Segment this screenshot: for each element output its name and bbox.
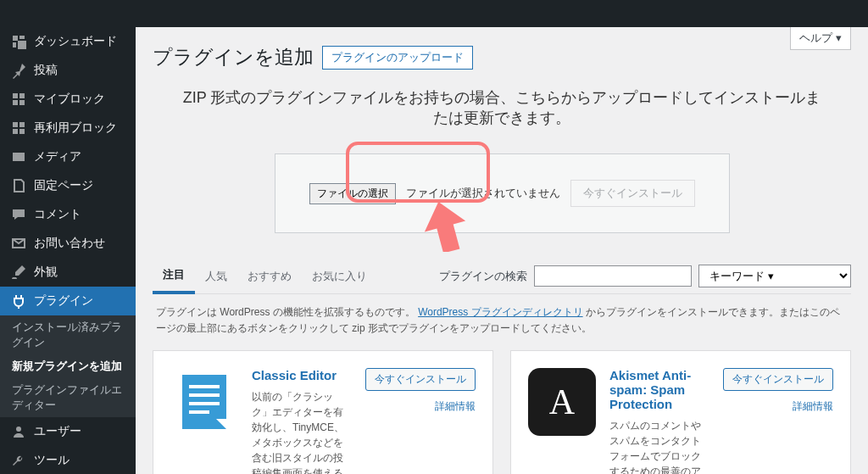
- comment-icon: [10, 206, 27, 223]
- sidebar-item-label: ツール: [34, 453, 70, 468]
- grid-icon: [10, 91, 27, 108]
- media-icon: [10, 148, 27, 165]
- plugin-actions: 今すぐインストール詳細情報: [365, 368, 476, 474]
- plugin-grid: Classic Editor以前の「クラシック」エディターを有効化し、TinyM…: [153, 350, 851, 474]
- sidebar-item-label: 外観: [34, 265, 58, 280]
- content: ヘルプ ▾ プラグインを追加 プラグインのアップロード ZIP 形式のプラグイン…: [136, 27, 868, 474]
- choose-file-button[interactable]: ファイルの選択: [309, 183, 396, 204]
- sidebar-sub-item-9-0[interactable]: インストール済みプラグイン: [0, 315, 136, 354]
- mail-icon: [10, 235, 27, 252]
- sidebar: ダッシュボード投稿マイブロック再利用ブロックメディア固定ページコメントお問い合わ…: [0, 27, 136, 474]
- file-status: ファイルが選択されていません: [406, 186, 560, 201]
- search-input[interactable]: [534, 265, 692, 287]
- install-now-button[interactable]: 今すぐインストール: [570, 180, 695, 207]
- pin-icon: [10, 62, 27, 79]
- page-title: プラグインを追加: [153, 44, 314, 70]
- sidebar-item-label: ダッシュボード: [34, 34, 117, 49]
- plugin-more-link[interactable]: 詳細情報: [793, 399, 833, 414]
- plugin-actions: 今すぐインストール詳細情報: [723, 368, 833, 474]
- svg-rect-7: [189, 393, 220, 397]
- sidebar-item-label: メディア: [34, 149, 81, 165]
- sidebar-item-label: 固定ページ: [34, 178, 93, 193]
- sidebar-sub-item-9-1[interactable]: 新規プラグインを追加: [0, 354, 136, 378]
- sidebar-item-2[interactable]: マイブロック: [0, 85, 136, 114]
- plugin-more-link[interactable]: 詳細情報: [435, 399, 476, 414]
- plugin-body: Classic Editor以前の「クラシック」エディターを有効化し、TinyM…: [252, 368, 352, 474]
- filter-tab-3[interactable]: お気に入り: [302, 260, 377, 293]
- sidebar-item-8[interactable]: 外観: [0, 258, 136, 287]
- plugin-title[interactable]: Classic Editor: [252, 368, 352, 382]
- help-tab[interactable]: ヘルプ ▾: [790, 27, 851, 50]
- sidebar-item-label: ユーザー: [34, 424, 81, 439]
- plugin-card-1: AAkismet Anti-spam: Spam Protectionスパムのコ…: [510, 350, 851, 474]
- sidebar-item-6[interactable]: コメント: [0, 200, 136, 229]
- sidebar-item-5[interactable]: 固定ページ: [0, 171, 136, 200]
- sidebar-item-3[interactable]: 再利用ブロック: [0, 114, 136, 142]
- plugin-icon: [170, 368, 238, 436]
- wrench-icon: [10, 452, 27, 469]
- sidebar-sub-item-9-2[interactable]: プラグインファイルエディター: [0, 378, 136, 417]
- upload-plugin-button[interactable]: プラグインのアップロード: [322, 46, 473, 70]
- upload-panel: ZIP 形式のプラグインファイルをお持ちの場合、こちらからアップロードしてインス…: [178, 87, 826, 233]
- keyword-select[interactable]: キーワード ▾: [698, 265, 851, 287]
- sidebar-item-label: コメント: [34, 207, 81, 222]
- brush-icon: [10, 264, 27, 281]
- dashboard-icon: [10, 33, 27, 50]
- svg-point-0: [16, 427, 21, 432]
- sidebar-item-11[interactable]: ツール: [0, 446, 136, 474]
- directory-text: プラグインは WordPress の機能性を拡張するものです。 WordPres…: [156, 304, 848, 337]
- sidebar-item-10[interactable]: ユーザー: [0, 417, 136, 446]
- plugin-title[interactable]: Akismet Anti-spam: Spam Protection: [609, 368, 709, 411]
- plugin-card-0: Classic Editor以前の「クラシック」エディターを有効化し、TinyM…: [153, 350, 493, 474]
- grid-icon: [10, 120, 27, 137]
- sidebar-item-7[interactable]: お問い合わせ: [0, 229, 136, 258]
- search-label: プラグインの検索: [439, 269, 527, 284]
- plugin-install-button[interactable]: 今すぐインストール: [365, 368, 476, 391]
- user-icon: [10, 423, 27, 440]
- upload-form: ファイルの選択 ファイルが選択されていません 今すぐインストール: [275, 153, 730, 233]
- svg-rect-6: [189, 385, 220, 388]
- sidebar-item-9[interactable]: プラグイン: [0, 287, 136, 315]
- plugin-body: Akismet Anti-spam: Spam Protectionスパムのコメ…: [609, 368, 709, 474]
- filter-tab-0[interactable]: 注目: [153, 259, 195, 294]
- page-icon: [10, 177, 27, 194]
- search-group: プラグインの検索 キーワード ▾: [439, 265, 851, 287]
- sidebar-item-4[interactable]: メディア: [0, 142, 136, 171]
- svg-rect-9: [189, 410, 209, 414]
- filter-tab-1[interactable]: 人気: [195, 260, 237, 293]
- header-row: プラグインを追加 プラグインのアップロード: [153, 44, 851, 70]
- sidebar-item-label: 再利用ブロック: [34, 120, 117, 136]
- upload-description: ZIP 形式のプラグインファイルをお持ちの場合、こちらからアップロードしてインス…: [178, 87, 826, 128]
- filter-tab-2[interactable]: おすすめ: [237, 260, 302, 293]
- plugin-install-button[interactable]: 今すぐインストール: [723, 368, 833, 391]
- sidebar-item-label: マイブロック: [34, 92, 105, 107]
- plugin-desc: スパムのコメントやスパムをコンタクトフォームでブロックするための最善のア: [609, 418, 709, 474]
- sidebar-item-label: 投稿: [34, 63, 58, 78]
- filters-row: 注目人気おすすめお気に入り プラグインの検索 キーワード ▾: [153, 259, 851, 294]
- sidebar-item-1[interactable]: 投稿: [0, 56, 136, 85]
- sidebar-item-0[interactable]: ダッシュボード: [0, 27, 136, 56]
- plugin-desc: 以前の「クラシック」エディターを有効化し、TinyMCE、メタボックスなどを含む…: [252, 389, 352, 474]
- container: ダッシュボード投稿マイブロック再利用ブロックメディア固定ページコメントお問い合わ…: [0, 27, 868, 474]
- sidebar-item-label: お問い合わせ: [34, 236, 105, 251]
- plug-icon: [10, 293, 27, 309]
- sidebar-item-label: プラグイン: [34, 293, 93, 309]
- plugin-icon: A: [528, 368, 596, 436]
- admin-bar: [0, 0, 868, 27]
- plugin-directory-link[interactable]: WordPress プラグインディレクトリ: [418, 306, 582, 318]
- svg-rect-8: [189, 402, 220, 405]
